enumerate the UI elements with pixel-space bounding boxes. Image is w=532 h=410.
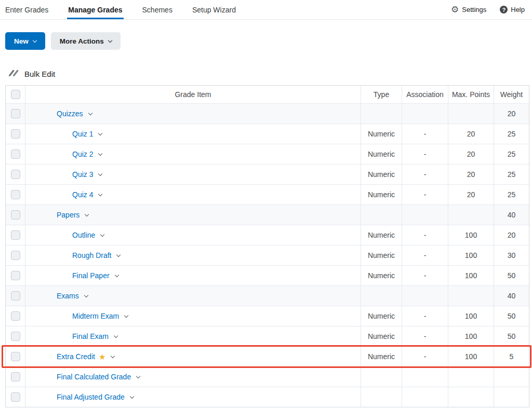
- type-cell: Numeric: [361, 245, 402, 265]
- chevron-down-icon[interactable]: [84, 293, 88, 297]
- gear-icon: ⚙: [451, 5, 459, 14]
- grade-item-link[interactable]: Quiz 1: [72, 130, 93, 138]
- weight-cell: 50: [494, 266, 529, 285]
- row-checkbox[interactable]: [11, 109, 20, 118]
- chevron-down-icon[interactable]: [100, 233, 104, 237]
- grade-item-link[interactable]: Papers: [57, 211, 79, 219]
- tab-schemes[interactable]: Schemes: [141, 0, 174, 19]
- chevron-down-icon[interactable]: [116, 253, 121, 257]
- column-header-weight: Weight: [494, 86, 529, 103]
- help-button[interactable]: ? Help: [500, 6, 525, 13]
- row-checkbox[interactable]: [11, 251, 20, 260]
- type-cell: Numeric: [361, 225, 402, 245]
- max-points-cell: 100: [448, 225, 494, 245]
- row-checkbox[interactable]: [11, 170, 20, 179]
- row-checkbox[interactable]: [11, 230, 20, 240]
- row-checkbox[interactable]: [11, 210, 20, 220]
- row-checkbox[interactable]: [11, 392, 20, 402]
- grade-item-link[interactable]: Quiz 4: [72, 190, 93, 199]
- column-header-association: Association: [402, 86, 448, 103]
- more-actions-button[interactable]: More Actions: [51, 32, 121, 50]
- max-points-cell: [448, 104, 494, 124]
- chevron-down-icon[interactable]: [114, 334, 118, 338]
- tab-manage-grades[interactable]: Manage Grades: [67, 0, 123, 19]
- row-checkbox[interactable]: [11, 190, 20, 199]
- table-row: Final Exam Numeric - 100 50: [6, 326, 529, 346]
- table-row: Quiz 4 Numeric - 20 25: [6, 184, 529, 204]
- max-points-cell: 100: [448, 306, 494, 326]
- new-button[interactable]: New: [5, 32, 45, 50]
- type-cell: Numeric: [361, 326, 402, 346]
- table-header-row: Grade Item Type Association Max. Points …: [6, 86, 529, 103]
- chevron-down-icon[interactable]: [98, 172, 102, 176]
- table-row: Rough Draft Numeric - 100 30: [6, 245, 529, 265]
- association-cell: -: [402, 245, 448, 265]
- chevron-down-icon: [108, 38, 112, 42]
- max-points-cell: [448, 387, 494, 407]
- tab-bar: Enter Grades Manage Grades Schemes Setup…: [4, 0, 237, 19]
- tab-setup-wizard[interactable]: Setup Wizard: [191, 0, 237, 19]
- nav-utilities: ⚙ Settings ? Help: [451, 0, 525, 19]
- row-checkbox[interactable]: [11, 149, 20, 159]
- association-cell: -: [402, 124, 448, 144]
- chevron-down-icon[interactable]: [136, 374, 140, 378]
- row-checkbox[interactable]: [11, 332, 20, 341]
- association-cell: -: [402, 306, 448, 326]
- grade-item-link[interactable]: Final Paper: [72, 271, 110, 280]
- weight-cell: 25: [494, 144, 529, 164]
- weight-cell: 20: [494, 104, 529, 124]
- chevron-down-icon[interactable]: [98, 152, 102, 156]
- chevron-down-icon[interactable]: [114, 273, 118, 277]
- grade-item-link[interactable]: Final Calculated Grade: [57, 373, 131, 381]
- weight-cell: 5: [494, 347, 529, 366]
- type-cell: [361, 367, 402, 387]
- row-checkbox[interactable]: [11, 372, 20, 381]
- weight-cell: 40: [494, 205, 529, 225]
- grade-item-link[interactable]: Quiz 3: [72, 170, 93, 179]
- chevron-down-icon[interactable]: [98, 192, 102, 196]
- help-icon: ?: [500, 6, 508, 13]
- grade-item-link[interactable]: Quiz 2: [72, 150, 93, 158]
- max-points-cell: 100: [448, 326, 494, 346]
- max-points-cell: 100: [448, 347, 494, 366]
- column-header-type: Type: [361, 86, 402, 103]
- table-row: Midterm Exam Numeric - 100 50: [6, 306, 529, 326]
- max-points-cell: [448, 286, 494, 306]
- chevron-down-icon[interactable]: [98, 131, 102, 135]
- max-points-cell: 20: [448, 144, 494, 164]
- grade-item-link[interactable]: Midterm Exam: [72, 312, 119, 320]
- chevron-down-icon[interactable]: [111, 354, 115, 358]
- grade-item-link[interactable]: Exams: [57, 292, 79, 300]
- grade-item-link[interactable]: Outline: [72, 231, 95, 239]
- weight-cell: 30: [494, 245, 529, 265]
- grade-item-link[interactable]: Extra Credit: [57, 352, 95, 361]
- tab-enter-grades[interactable]: Enter Grades: [4, 0, 49, 19]
- max-points-cell: 20: [448, 165, 494, 184]
- row-checkbox[interactable]: [11, 291, 20, 300]
- grade-item-link[interactable]: Final Adjusted Grade: [57, 393, 125, 401]
- row-checkbox[interactable]: [11, 129, 20, 139]
- grade-item-link[interactable]: Final Exam: [72, 332, 109, 340]
- chevron-down-icon[interactable]: [88, 111, 92, 115]
- bulk-edit-button[interactable]: Bulk Edit: [8, 69, 55, 79]
- row-checkbox[interactable]: [11, 311, 20, 321]
- type-cell: [361, 286, 402, 306]
- type-cell: [361, 104, 402, 124]
- weight-cell: 50: [494, 306, 529, 326]
- settings-button[interactable]: ⚙ Settings: [451, 5, 486, 14]
- chevron-down-icon[interactable]: [124, 313, 128, 318]
- grade-item-link[interactable]: Quizzes: [57, 110, 83, 118]
- grade-item-link[interactable]: Rough Draft: [72, 251, 111, 259]
- max-points-cell: 20: [448, 185, 494, 204]
- settings-label: Settings: [462, 6, 486, 13]
- association-cell: [402, 286, 448, 306]
- table-row: Quiz 2 Numeric - 20 25: [6, 144, 529, 164]
- chevron-down-icon[interactable]: [85, 212, 89, 216]
- select-all-checkbox[interactable]: [11, 90, 20, 99]
- chevron-down-icon[interactable]: [130, 394, 134, 399]
- column-header-grade-item: Grade Item: [25, 86, 361, 103]
- max-points-cell: 20: [448, 124, 494, 144]
- weight-cell: 25: [494, 124, 529, 144]
- row-checkbox[interactable]: [11, 271, 20, 280]
- row-checkbox[interactable]: [11, 352, 20, 361]
